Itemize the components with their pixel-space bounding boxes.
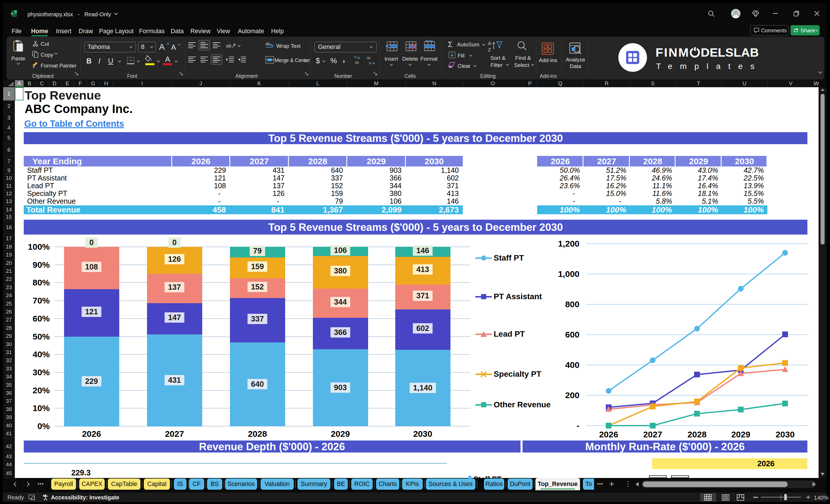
svg-text:.00: .00 [354, 61, 359, 64]
svg-text:Z: Z [488, 47, 491, 53]
svg-text:ab: ab [265, 41, 270, 46]
svg-text:A: A [488, 41, 491, 46]
svg-text:.00: .00 [366, 56, 371, 60]
svg-text:0: 0 [358, 56, 359, 60]
svg-text:x: x [11, 12, 13, 15]
svg-text:ab: ab [226, 43, 231, 49]
svg-text:0: 0 [369, 62, 371, 65]
